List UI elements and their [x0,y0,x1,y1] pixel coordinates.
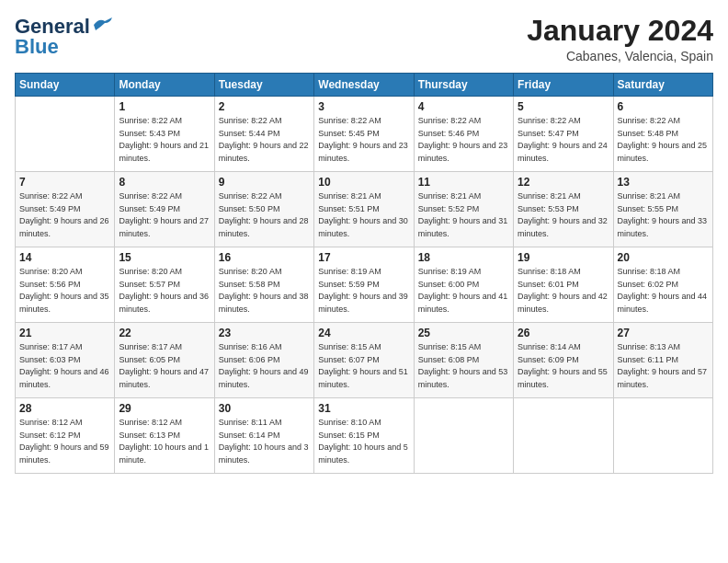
day-number: 4 [418,100,509,113]
cell-0-0 [16,97,115,172]
day-info: Sunrise: 8:17 AM Sunset: 6:05 PM Dayligh… [119,341,210,391]
sunrise: Sunrise: 8:19 AM [318,267,381,276]
sunrise: Sunrise: 8:20 AM [119,267,182,276]
day-info: Sunrise: 8:22 AM Sunset: 5:44 PM Dayligh… [219,115,310,165]
logo-blue: Blue [15,35,59,59]
sunrise: Sunrise: 8:21 AM [618,191,681,201]
sunset: Sunset: 6:11 PM [618,355,679,364]
daylight: Daylight: 9 hours and 53 minutes. [418,367,508,389]
sunset: Sunset: 5:48 PM [618,129,679,138]
day-info: Sunrise: 8:19 AM Sunset: 5:59 PM Dayligh… [318,266,409,316]
sunrise: Sunrise: 8:16 AM [219,342,282,351]
sunrise: Sunrise: 8:17 AM [19,342,83,351]
cell-3-0: 21 Sunrise: 8:17 AM Sunset: 6:03 PM Dayl… [16,323,115,398]
daylight: Daylight: 9 hours and 24 minutes. [518,141,608,163]
cell-1-6: 13 Sunrise: 8:21 AM Sunset: 5:55 PM Dayl… [613,172,712,247]
day-number: 9 [219,176,310,189]
sunrise: Sunrise: 8:22 AM [119,191,182,201]
day-number: 22 [119,327,210,339]
daylight: Daylight: 9 hours and 39 minutes. [318,292,408,314]
week-row-3: 21 Sunrise: 8:17 AM Sunset: 6:03 PM Dayl… [16,323,713,398]
daylight: Daylight: 9 hours and 26 minutes. [19,216,109,238]
week-row-0: 1 Sunrise: 8:22 AM Sunset: 5:43 PM Dayli… [16,97,713,172]
daylight: Daylight: 9 hours and 49 minutes. [219,367,309,389]
sunset: Sunset: 5:59 PM [318,280,380,289]
month-title: January 2024 [527,15,713,47]
day-info: Sunrise: 8:22 AM Sunset: 5:48 PM Dayligh… [618,115,709,165]
day-number: 13 [618,176,709,189]
sunset: Sunset: 5:58 PM [219,280,280,289]
sunrise: Sunrise: 8:22 AM [219,116,282,125]
day-info: Sunrise: 8:18 AM Sunset: 6:02 PM Dayligh… [618,266,709,316]
sunrise: Sunrise: 8:22 AM [19,191,83,201]
sunset: Sunset: 6:07 PM [318,355,380,364]
day-number: 1 [119,100,210,113]
sunrise: Sunrise: 8:20 AM [219,267,282,276]
cell-0-5: 5 Sunrise: 8:22 AM Sunset: 5:47 PM Dayli… [514,97,613,172]
cell-2-3: 17 Sunrise: 8:19 AM Sunset: 5:59 PM Dayl… [314,247,414,323]
sunset: Sunset: 5:44 PM [219,129,280,138]
daylight: Daylight: 9 hours and 27 minutes. [119,216,209,238]
daylight: Daylight: 9 hours and 42 minutes. [518,292,608,314]
daylight: Daylight: 9 hours and 57 minutes. [618,367,708,389]
day-number: 23 [219,327,310,339]
logo: General Blue [15,15,112,59]
cell-4-1: 29 Sunrise: 8:12 AM Sunset: 6:13 PM Dayl… [115,398,214,474]
cell-0-1: 1 Sunrise: 8:22 AM Sunset: 5:43 PM Dayli… [115,97,214,172]
day-number: 30 [219,402,310,415]
sunset: Sunset: 6:01 PM [518,280,579,289]
cell-0-6: 6 Sunrise: 8:22 AM Sunset: 5:48 PM Dayli… [613,97,712,172]
cell-4-5 [514,398,613,474]
cell-3-4: 25 Sunrise: 8:15 AM Sunset: 6:08 PM Dayl… [414,323,513,398]
sunset: Sunset: 6:08 PM [418,355,480,364]
daylight: Daylight: 9 hours and 59 minutes. [19,442,109,465]
week-row-4: 28 Sunrise: 8:12 AM Sunset: 6:12 PM Dayl… [16,398,713,474]
sunset: Sunset: 5:51 PM [318,204,380,213]
cell-1-4: 11 Sunrise: 8:21 AM Sunset: 5:52 PM Dayl… [414,172,513,247]
cell-2-2: 16 Sunrise: 8:20 AM Sunset: 5:58 PM Dayl… [214,247,313,323]
cell-1-0: 7 Sunrise: 8:22 AM Sunset: 5:49 PM Dayli… [16,172,115,247]
sunset: Sunset: 5:57 PM [119,280,180,289]
day-info: Sunrise: 8:15 AM Sunset: 6:08 PM Dayligh… [418,341,509,391]
daylight: Daylight: 9 hours and 28 minutes. [219,216,309,238]
day-info: Sunrise: 8:10 AM Sunset: 6:15 PM Dayligh… [318,417,409,466]
header-friday: Friday [514,74,613,97]
day-info: Sunrise: 8:20 AM Sunset: 5:58 PM Dayligh… [219,266,310,316]
sunset: Sunset: 5:46 PM [418,129,480,138]
cell-2-1: 15 Sunrise: 8:20 AM Sunset: 5:57 PM Dayl… [115,247,214,323]
daylight: Daylight: 9 hours and 31 minutes. [418,216,508,238]
day-info: Sunrise: 8:20 AM Sunset: 5:57 PM Dayligh… [119,266,210,316]
sunrise: Sunrise: 8:18 AM [518,267,581,276]
daylight: Daylight: 10 hours and 1 minute. [119,442,209,465]
sunrise: Sunrise: 8:19 AM [418,267,482,276]
sunset: Sunset: 5:49 PM [19,204,81,213]
cell-3-3: 24 Sunrise: 8:15 AM Sunset: 6:07 PM Dayl… [314,323,414,398]
daylight: Daylight: 9 hours and 38 minutes. [219,292,309,314]
sunrise: Sunrise: 8:15 AM [318,342,381,351]
cell-3-5: 26 Sunrise: 8:14 AM Sunset: 6:09 PM Dayl… [514,323,613,398]
day-info: Sunrise: 8:13 AM Sunset: 6:11 PM Dayligh… [618,341,709,391]
day-info: Sunrise: 8:22 AM Sunset: 5:47 PM Dayligh… [518,115,609,165]
logo-bird-icon [92,17,112,32]
day-info: Sunrise: 8:12 AM Sunset: 6:12 PM Dayligh… [19,417,110,466]
day-info: Sunrise: 8:18 AM Sunset: 6:01 PM Dayligh… [518,266,609,316]
day-info: Sunrise: 8:22 AM Sunset: 5:49 PM Dayligh… [119,190,210,240]
sunrise: Sunrise: 8:22 AM [219,191,282,201]
day-number: 11 [418,176,509,189]
day-number: 26 [518,327,609,339]
sunset: Sunset: 5:47 PM [518,129,579,138]
sunset: Sunset: 6:06 PM [219,355,280,364]
daylight: Daylight: 9 hours and 36 minutes. [119,292,209,314]
day-info: Sunrise: 8:19 AM Sunset: 6:00 PM Dayligh… [418,266,509,316]
sunset: Sunset: 6:09 PM [518,355,579,364]
sunrise: Sunrise: 8:13 AM [618,342,681,351]
sunrise: Sunrise: 8:17 AM [119,342,182,351]
sunrise: Sunrise: 8:12 AM [19,418,83,427]
sunrise: Sunrise: 8:22 AM [418,116,482,125]
day-number: 24 [318,327,409,339]
day-info: Sunrise: 8:22 AM Sunset: 5:46 PM Dayligh… [418,115,509,165]
daylight: Daylight: 10 hours and 3 minutes. [219,442,309,465]
sunset: Sunset: 5:50 PM [219,204,280,213]
day-info: Sunrise: 8:16 AM Sunset: 6:06 PM Dayligh… [219,341,310,391]
sunrise: Sunrise: 8:18 AM [618,267,681,276]
